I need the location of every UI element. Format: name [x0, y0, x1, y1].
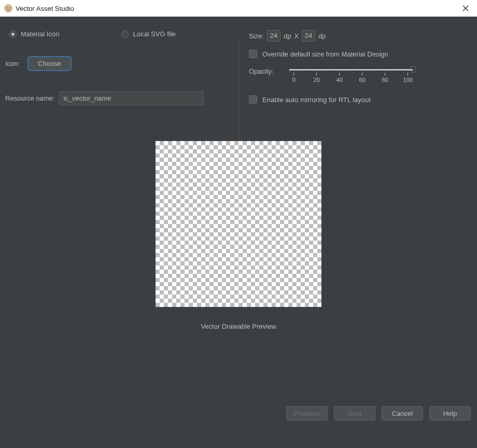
- config-panel: Material Icon Local SVG file Icon: Choos…: [0, 17, 477, 125]
- opacity-row: Opacity: 0 20 40 60 80 100: [249, 67, 470, 83]
- icon-label: Icon:: [5, 60, 22, 67]
- dialog-content: Material Icon Local SVG file Icon: Choos…: [0, 17, 477, 426]
- preview-area: Vector Drawable Preview: [0, 141, 477, 330]
- unit-dp: dp: [318, 32, 326, 40]
- tick-100: 100: [403, 77, 413, 83]
- svg-point-2: [9, 7, 10, 8]
- rtl-mirror-checkbox[interactable]: [249, 95, 257, 104]
- left-column: Material Icon Local SVG file Icon: Choos…: [0, 30, 238, 125]
- size-width-input[interactable]: 24: [267, 30, 280, 41]
- rtl-mirror-row: Enable auto mirroring for RTL layout: [249, 95, 470, 104]
- size-label: Size:: [249, 32, 264, 40]
- svg-point-0: [5, 5, 12, 12]
- resource-name-input[interactable]: [59, 91, 204, 105]
- help-button[interactable]: Help: [429, 406, 471, 421]
- app-icon: [4, 4, 12, 12]
- svg-point-1: [7, 7, 8, 8]
- vertical-separator: [238, 37, 239, 141]
- title-bar: Vector Asset Studio: [0, 0, 477, 17]
- radio-svg-label: Local SVG file: [133, 30, 175, 38]
- resource-name-label: Resource name:: [5, 94, 54, 102]
- slider-thumb[interactable]: [411, 66, 416, 73]
- override-size-label: Override default size from Material Desi…: [262, 50, 388, 58]
- resource-name-row: Resource name:: [5, 91, 238, 105]
- size-separator: X: [294, 32, 299, 40]
- radio-local-svg[interactable]: Local SVG file: [121, 30, 175, 38]
- previous-button[interactable]: Previous: [286, 406, 328, 421]
- dialog-footer: Previous Next Cancel Help: [0, 404, 477, 426]
- tick-60: 60: [359, 77, 366, 83]
- source-type-radiogroup: Material Icon Local SVG file: [5, 30, 238, 38]
- override-size-row: Override default size from Material Desi…: [249, 50, 470, 58]
- opacity-slider[interactable]: 0 20 40 60 80 100: [289, 67, 470, 83]
- rtl-mirror-label: Enable auto mirroring for RTL layout: [262, 96, 371, 104]
- tick-40: 40: [336, 77, 343, 83]
- preview-canvas: [156, 141, 321, 307]
- choose-button[interactable]: Choose: [28, 57, 71, 71]
- radio-material-label: Material Icon: [21, 30, 59, 38]
- size-height-input[interactable]: 24: [302, 30, 315, 41]
- unit-dp: dp: [284, 32, 291, 40]
- tick-20: 20: [314, 77, 320, 83]
- opacity-label: Opacity:: [249, 67, 274, 75]
- radio-dot-icon: [9, 31, 17, 38]
- slider-tick-labels: 0 20 40 60 80 100: [289, 73, 413, 83]
- right-column: Size: 24 dp X 24 dp Override default siz…: [238, 30, 477, 125]
- icon-row: Icon: Choose: [5, 57, 238, 71]
- override-size-checkbox[interactable]: [249, 50, 257, 58]
- size-row: Size: 24 dp X 24 dp: [249, 30, 470, 41]
- radio-material-icon[interactable]: Material Icon: [9, 30, 59, 38]
- preview-label: Vector Drawable Preview: [201, 323, 276, 330]
- cancel-button[interactable]: Cancel: [382, 406, 423, 421]
- radio-dot-icon: [121, 31, 129, 38]
- window-title: Vector Asset Studio: [16, 5, 458, 12]
- tick-80: 80: [382, 77, 388, 83]
- close-icon[interactable]: [458, 1, 473, 16]
- slider-track: [289, 68, 413, 71]
- next-button[interactable]: Next: [334, 406, 375, 421]
- tick-0: 0: [292, 77, 296, 83]
